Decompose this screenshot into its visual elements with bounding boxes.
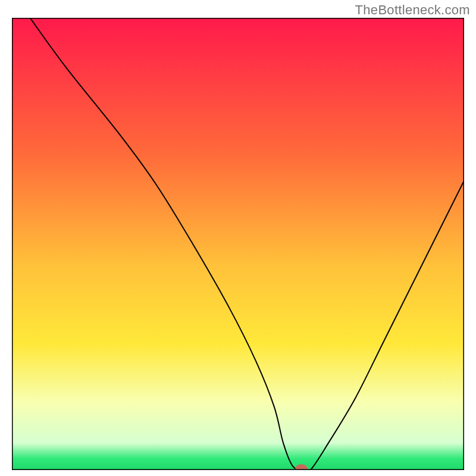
- plot-frame: [12, 18, 464, 470]
- watermark-text: TheBottleneck.com: [355, 2, 470, 18]
- gradient-background: [12, 18, 464, 470]
- chart-container: TheBottleneck.com: [0, 0, 476, 476]
- chart-svg: [12, 18, 464, 470]
